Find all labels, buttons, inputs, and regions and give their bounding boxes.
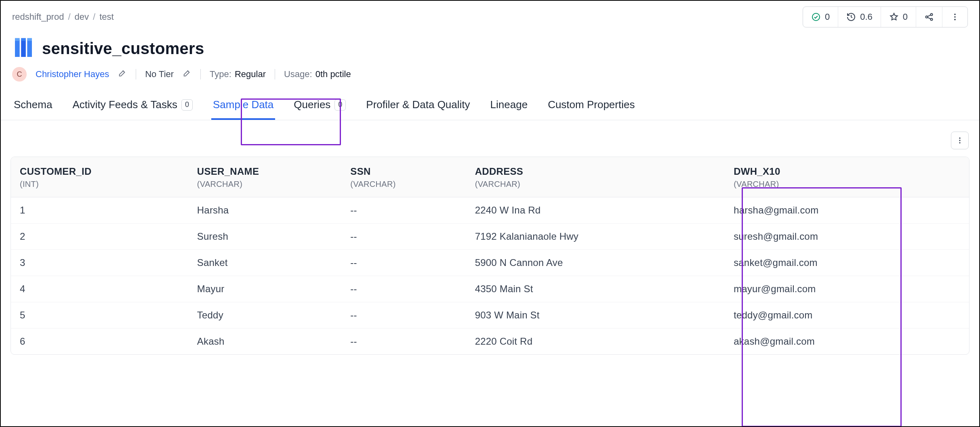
col-header-dwh-x10[interactable]: DWH_X10 (VARCHAR) [725, 157, 969, 197]
page-title: sensitive_customers [42, 40, 204, 58]
cell-user-name: Harsha [188, 197, 342, 224]
history-icon [846, 12, 856, 22]
share-icon [924, 12, 934, 22]
tab-sample-data[interactable]: Sample Data [211, 93, 275, 120]
table-row[interactable]: 4 Mayur -- 4350 Main St mayur@gmail.com [11, 276, 969, 302]
svg-rect-9 [27, 40, 32, 57]
cell-dwh-x10: suresh@gmail.com [725, 224, 969, 250]
divider [200, 69, 201, 80]
breadcrumb-item[interactable]: redshift_prod [12, 12, 64, 22]
stat-value: 0 [903, 12, 908, 22]
pencil-icon [118, 69, 127, 77]
svg-rect-7 [15, 40, 20, 57]
usage-label: Usage: [284, 69, 312, 80]
edit-tier-button[interactable] [183, 69, 191, 80]
kebab-icon [951, 13, 959, 21]
type-value: Regular [235, 69, 266, 80]
stat-runtime[interactable]: 0.6 [838, 7, 881, 27]
table-row[interactable]: 1 Harsha -- 2240 W Ina Rd harsha@gmail.c… [11, 197, 969, 224]
breadcrumb-sep: / [93, 12, 95, 22]
table-row[interactable]: 6 Akash -- 2220 Coit Rd akash@gmail.com [11, 329, 969, 355]
svg-rect-8 [21, 40, 26, 57]
more-menu-button[interactable] [942, 7, 967, 27]
edit-owner-button[interactable] [118, 69, 127, 80]
tab-schema[interactable]: Schema [12, 93, 54, 120]
stat-favorites[interactable]: 0 [881, 7, 916, 27]
cell-ssn: -- [341, 276, 466, 302]
table-row[interactable]: 5 Teddy -- 903 W Main St teddy@gmail.com [11, 302, 969, 329]
cell-address: 4350 Main St [466, 276, 725, 302]
owner-name[interactable]: Christopher Hayes [36, 69, 109, 80]
svg-point-15 [959, 142, 960, 143]
cell-user-name: Teddy [188, 302, 342, 329]
col-header-user-name[interactable]: USER_NAME (VARCHAR) [188, 157, 342, 197]
stat-value: 0.6 [860, 12, 873, 22]
svg-point-5 [954, 16, 956, 18]
cell-user-name: Suresh [188, 224, 342, 250]
breadcrumb[interactable]: redshift_prod / dev / test [12, 12, 114, 22]
star-icon [889, 12, 899, 22]
table-header-row: CUSTOMER_ID (INT) USER_NAME (VARCHAR) SS… [11, 157, 969, 197]
tab-custom-properties[interactable]: Custom Properties [546, 93, 636, 120]
svg-rect-11 [21, 38, 26, 41]
sample-data-table: CUSTOMER_ID (INT) USER_NAME (VARCHAR) SS… [11, 157, 969, 355]
share-button[interactable] [916, 7, 942, 27]
cell-address: 903 W Main St [466, 302, 725, 329]
divider [275, 69, 275, 80]
owner-avatar[interactable]: C [12, 67, 27, 82]
tab-lineage[interactable]: Lineage [489, 93, 530, 120]
cell-ssn: -- [341, 197, 466, 224]
cell-ssn: -- [341, 250, 466, 276]
breadcrumb-item[interactable]: dev [75, 12, 89, 22]
activity-count-badge: 0 [181, 99, 193, 111]
stat-value: 0 [825, 12, 830, 22]
svg-rect-10 [15, 38, 20, 41]
divider [136, 69, 136, 80]
svg-point-2 [931, 14, 933, 16]
cell-customer-id: 3 [11, 250, 188, 276]
cell-customer-id: 4 [11, 276, 188, 302]
tab-activity[interactable]: Activity Feeds & Tasks 0 [71, 93, 194, 120]
cell-customer-id: 6 [11, 329, 188, 355]
sample-data-actions-button[interactable] [951, 132, 969, 149]
pencil-icon [183, 69, 191, 77]
check-circle-icon [811, 12, 821, 22]
cell-ssn: -- [341, 329, 466, 355]
cell-dwh-x10: harsha@gmail.com [725, 197, 969, 224]
cell-address: 2240 W Ina Rd [466, 197, 725, 224]
col-header-customer-id[interactable]: CUSTOMER_ID (INT) [11, 157, 188, 197]
tab-queries[interactable]: Queries 0 [292, 93, 347, 120]
col-header-ssn[interactable]: SSN (VARCHAR) [341, 157, 466, 197]
svg-rect-12 [27, 38, 32, 41]
header-stats: 0 0.6 0 [803, 6, 968, 27]
tab-profiler[interactable]: Profiler & Data Quality [364, 93, 471, 120]
cell-user-name: Mayur [188, 276, 342, 302]
cell-user-name: Sanket [188, 250, 342, 276]
usage-value: 0th pctile [315, 69, 351, 80]
cell-customer-id: 5 [11, 302, 188, 329]
svg-point-14 [959, 140, 960, 141]
breadcrumb-sep: / [68, 12, 70, 22]
tabs: Schema Activity Feeds & Tasks 0 Sample D… [1, 90, 979, 120]
svg-point-0 [812, 13, 820, 21]
table-row[interactable]: 2 Suresh -- 7192 Kalanianaole Hwy suresh… [11, 224, 969, 250]
svg-point-4 [954, 14, 956, 15]
svg-point-1 [926, 16, 928, 18]
cell-address: 2220 Coit Rd [466, 329, 725, 355]
database-icon [12, 37, 35, 60]
svg-point-13 [959, 138, 960, 139]
cell-dwh-x10: akash@gmail.com [725, 329, 969, 355]
svg-point-6 [954, 19, 956, 21]
cell-dwh-x10: mayur@gmail.com [725, 276, 969, 302]
table-row[interactable]: 3 Sanket -- 5900 N Cannon Ave sanket@gma… [11, 250, 969, 276]
col-header-address[interactable]: ADDRESS (VARCHAR) [466, 157, 725, 197]
cell-address: 7192 Kalanianaole Hwy [466, 224, 725, 250]
breadcrumb-item[interactable]: test [99, 12, 114, 22]
cell-dwh-x10: sanket@gmail.com [725, 250, 969, 276]
cell-dwh-x10: teddy@gmail.com [725, 302, 969, 329]
cell-user-name: Akash [188, 329, 342, 355]
queries-count-badge: 0 [334, 99, 346, 111]
stat-checks[interactable]: 0 [803, 7, 838, 27]
cell-address: 5900 N Cannon Ave [466, 250, 725, 276]
type-label: Type: [210, 69, 231, 80]
